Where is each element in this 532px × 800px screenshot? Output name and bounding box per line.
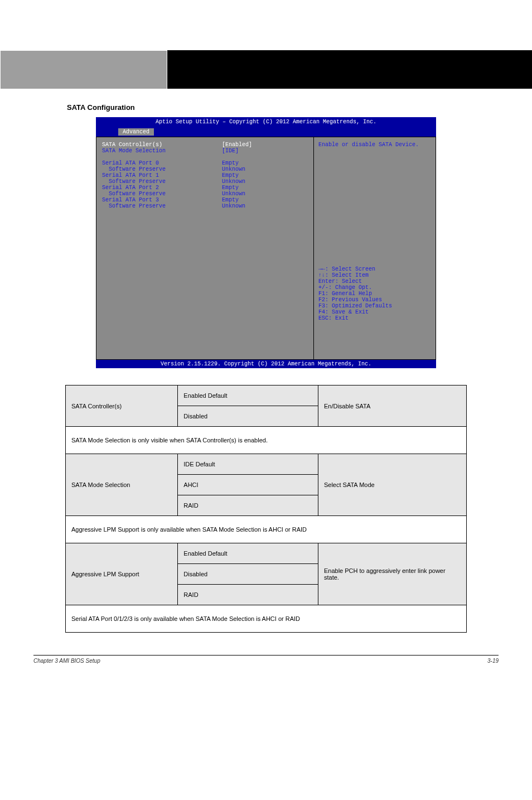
param-name: Aggressive LPM Support xyxy=(66,543,178,605)
param-option: Disabled xyxy=(178,406,318,427)
port-sw-value: Unknown xyxy=(222,191,308,197)
port-sw-row: Software Preserve Unknown xyxy=(102,191,308,197)
table-note: Serial ATA Port 0/1/2/3 is only availabl… xyxy=(66,605,467,633)
port-value: Empty xyxy=(222,185,308,191)
port-row: Serial ATA Port 3 Empty xyxy=(102,197,308,203)
bios-title-bar: Aptio Setup Utility – Copyright (C) 2012… xyxy=(96,117,436,126)
footer-right: 3-19 xyxy=(487,658,499,664)
parameter-table: SATA Controller(s) Enabled Default En/Di… xyxy=(65,385,467,633)
port-label: Serial ATA Port 1 xyxy=(102,172,222,179)
key-hint: F4: Save & Exit xyxy=(318,309,431,315)
table-row: SATA Mode Selection IDE Default Select S… xyxy=(66,454,467,475)
key-hint: +/-: Change Opt. xyxy=(318,285,431,291)
port-row: Serial ATA Port 1 Empty xyxy=(102,172,308,179)
table-note-row: Aggressive LPM Support is only available… xyxy=(66,516,467,543)
page-footer: Chapter 3 AMI BIOS Setup 3-19 xyxy=(33,655,499,664)
table-note: Aggressive LPM Support is only available… xyxy=(66,516,467,543)
port-row: Serial ATA Port 2 Empty xyxy=(102,185,308,191)
port-value: Empty xyxy=(222,160,308,166)
param-option: Enabled Default xyxy=(178,543,318,564)
port-sw-label: Software Preserve xyxy=(102,166,222,172)
key-hint: F2: Previous Values xyxy=(318,297,431,303)
port-sw-value: Unknown xyxy=(222,203,308,209)
port-sw-value: Unknown xyxy=(222,166,308,172)
table-note-row: SATA Mode Selection is only visible when… xyxy=(66,427,467,454)
port-sw-row: Software Preserve Unknown xyxy=(102,203,308,209)
footer-left: Chapter 3 AMI BIOS Setup xyxy=(33,658,100,664)
setting-value: [IDE] xyxy=(222,148,308,154)
table-row: SATA Controller(s) Enabled Default En/Di… xyxy=(66,385,467,406)
param-desc: En/Disable SATA xyxy=(318,385,466,427)
param-name: SATA Controller(s) xyxy=(66,385,178,427)
port-sw-label: Software Preserve xyxy=(102,191,222,197)
key-hint: F1: General Help xyxy=(318,291,431,297)
param-desc: Enable PCH to aggressively enter link po… xyxy=(318,543,466,605)
table-row: Aggressive LPM Support Enabled Default E… xyxy=(66,543,467,564)
port-label: Serial ATA Port 0 xyxy=(102,160,222,166)
page-header xyxy=(0,50,532,89)
port-row: Serial ATA Port 0 Empty xyxy=(102,160,308,166)
table-note: SATA Mode Selection is only visible when… xyxy=(66,427,467,454)
port-sw-row: Software Preserve Unknown xyxy=(102,166,308,172)
key-hint: F3: Optimized Defaults xyxy=(318,303,431,309)
key-hint: ESC: Exit xyxy=(318,315,431,321)
key-hint: ↑↓: Select Item xyxy=(318,272,431,278)
bios-settings-panel: SATA Controller(s) [Enabled] SATA Mode S… xyxy=(96,137,314,359)
bios-key-legend: →←: Select Screen ↑↓: Select Item Enter:… xyxy=(318,266,431,321)
table-note-row: Serial ATA Port 0/1/2/3 is only availabl… xyxy=(66,605,467,633)
port-sw-label: Software Preserve xyxy=(102,179,222,185)
param-option: Enabled Default xyxy=(178,385,318,406)
section-title: SATA Configuration xyxy=(67,103,532,112)
param-option: RAID xyxy=(178,495,318,516)
param-option: IDE Default xyxy=(178,454,318,475)
port-label: Serial ATA Port 3 xyxy=(102,197,222,203)
param-option: AHCI xyxy=(178,475,318,495)
bios-help-panel: Enable or disable SATA Device. →←: Selec… xyxy=(314,137,436,359)
key-hint: →←: Select Screen xyxy=(318,266,431,272)
bios-window: Aptio Setup Utility – Copyright (C) 2012… xyxy=(96,117,436,368)
setting-label: SATA Mode Selection xyxy=(102,148,222,154)
bios-tab-bar: Advanced xyxy=(96,126,436,137)
header-right xyxy=(167,50,532,89)
param-option: Disabled xyxy=(178,564,318,585)
param-desc: Select SATA Mode xyxy=(318,454,466,516)
port-value: Empty xyxy=(222,172,308,179)
port-sw-label: Software Preserve xyxy=(102,203,222,209)
setting-sata-mode[interactable]: SATA Mode Selection [IDE] xyxy=(102,148,308,154)
param-name: SATA Mode Selection xyxy=(66,454,178,516)
setting-value: [Enabled] xyxy=(222,142,308,148)
port-value: Empty xyxy=(222,197,308,203)
tab-advanced[interactable]: Advanced xyxy=(118,128,154,136)
port-sw-value: Unknown xyxy=(222,179,308,185)
bios-help-text: Enable or disable SATA Device. xyxy=(318,142,431,148)
setting-sata-controller[interactable]: SATA Controller(s) [Enabled] xyxy=(102,142,308,148)
port-sw-row: Software Preserve Unknown xyxy=(102,179,308,185)
port-label: Serial ATA Port 2 xyxy=(102,185,222,191)
param-option: RAID xyxy=(178,585,318,605)
header-left xyxy=(0,50,167,89)
key-hint: Enter: Select xyxy=(318,278,431,285)
bios-footer: Version 2.15.1229. Copyright (C) 2012 Am… xyxy=(96,360,436,368)
setting-label: SATA Controller(s) xyxy=(102,142,222,148)
